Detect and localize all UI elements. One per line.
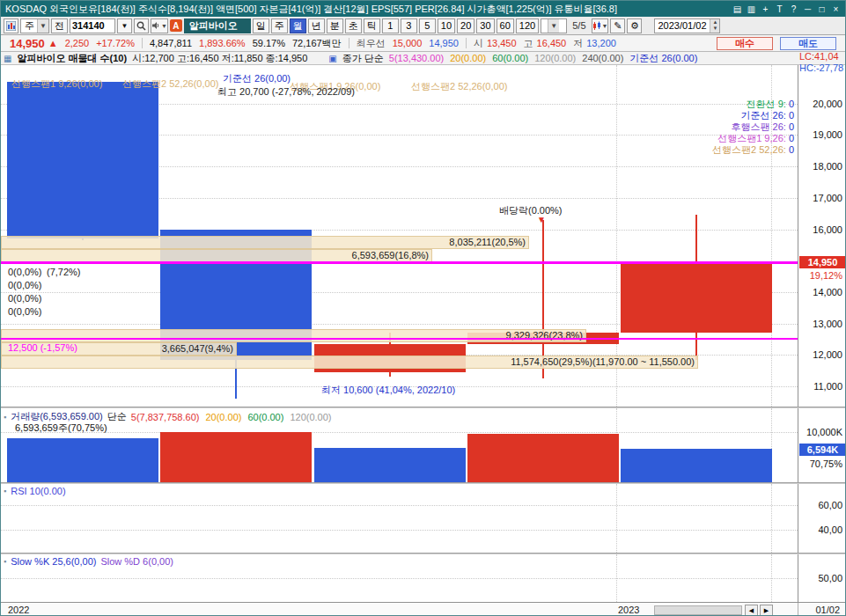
buy-button[interactable]: 매수 [717,37,773,50]
price-plot[interactable]: 8,035,211(20,5%)6,593,659(16,8%)9,329,32… [1,65,798,407]
panel-collapse-icon[interactable]: ▪ [4,557,6,566]
high-label: 고 [524,37,533,50]
volume-ma-legend: 5(7,837,758.60)20(0.00)60(0.00)120(0.00) [131,412,338,422]
interval-10-button[interactable]: 10 [438,18,455,33]
interval-5-button[interactable]: 5 [419,18,436,33]
rsi-title: RSI 10(0.00) [11,486,65,496]
volume-ma-prefix: 단순 [107,410,127,423]
interval-1-button[interactable]: 1 [382,18,399,33]
chart-style-icon[interactable]: ▼ [592,18,609,33]
volume-value: 4,847,811 [150,38,192,48]
grid-view-icon[interactable]: ▤ [732,4,742,14]
volume-axis: 10,000K6,594K70,75% [798,408,846,482]
axis-corner-divider [798,603,798,616]
stock-type-badge: A [170,19,182,32]
stock-code-input[interactable] [70,18,115,33]
maximize-icon[interactable]: □ [817,4,827,14]
scroll-left-button[interactable]: ◀ [745,605,758,616]
minimize-icon[interactable]: ─ [803,4,813,14]
scrollbar-thumb[interactable] [654,605,742,615]
stock-summary-text: KOSDAQ 외국인보유[184(천)] 주식수[8,194(천)] 액면[50… [5,3,617,16]
stoch-k-label: Slow %K 25,6(0,00) [11,556,96,567]
sound-icon[interactable]: ▼ [151,18,168,33]
vertical-gridline [771,484,772,553]
best-quote-label: 최우선 [357,37,386,50]
main-toolbar: 주▼ 전 ▼ ▼ A 알피바이오 일 주 월 년 분 초 틱 1 3 5 10 … [1,17,845,35]
interval-30-button[interactable]: 30 [476,18,494,33]
panel-separator [1,553,845,554]
change-value: 2,250 [65,38,90,48]
help-icon[interactable]: ? [789,4,798,14]
sell-button[interactable]: 매도 [780,37,836,50]
best-ask-price: 15,000 [393,38,423,48]
tick-mode-button[interactable]: 틱 [364,18,380,33]
trade-amount: 72,167백만 [292,37,342,50]
window-menu-icon[interactable] [4,18,18,33]
year-label-2022: 2022 [8,605,29,615]
prev-button[interactable]: 전 [51,18,68,33]
period-week-button[interactable]: 주 [271,18,288,33]
panel-collapse-icon[interactable]: ▪ [4,413,6,422]
date-field[interactable]: ▲▼ [654,18,720,33]
custom-interval-dropdown[interactable]: ▼ [541,18,567,33]
interval-20-button[interactable]: 20 [457,18,474,33]
chevron-down-icon: ▼ [602,23,608,29]
code-dropdown-icon[interactable]: ▼ [117,18,132,33]
ma-prefix: 종가 단순 [342,52,384,65]
rsi-panel: ▪ RSI 10(0.00) 60,0040,00 [1,484,846,553]
chart-ohlc: 시:12,700 고:16,450 저:11,850 종:14,950 [132,52,307,65]
split-view-icon[interactable]: ▥ [747,4,756,14]
open-label: 시 [474,37,483,50]
chevron-down-icon: ▼ [37,19,48,33]
date-spinner-icon[interactable]: ▲▼ [710,19,719,33]
stoch-plot[interactable]: ▪ Slow %K 25,6(0,00) Slow %D 6(0,00) [1,554,798,602]
price-chart-panel: 8,035,211(20,5%)6,593,659(16,8%)9,329,32… [1,65,846,407]
search-icon[interactable] [134,18,149,33]
high-price: 16,450 [537,38,567,48]
title-bar: KOSDAQ 외국인보유[184(천)] 주식수[8,194(천)] 액면[50… [1,1,845,17]
settings-gear-icon[interactable]: ⚙ [627,18,642,33]
panel-collapse-icon[interactable]: ▪ [4,487,6,495]
vertical-gridline [616,484,617,553]
period-type-dropdown[interactable]: 주▼ [20,18,49,33]
lc-hc-box: LC:41,04 HC:-27,78 [799,51,846,74]
panel-indicator-icon[interactable]: ▣ [328,54,336,63]
turnover-percent: 59.17% [253,38,285,48]
interval-60-button[interactable]: 60 [497,18,514,33]
divider [349,38,349,48]
close-icon[interactable]: × [831,4,841,14]
page-indicator: 5/5 [569,20,589,31]
rsi-plot[interactable]: ▪ RSI 10(0.00) [1,484,798,553]
period-year-button[interactable]: 년 [308,18,325,33]
minute-mode-button[interactable]: 분 [327,18,343,33]
open-price: 13,450 [487,38,517,48]
chart-grid-icon[interactable]: ▦ [4,54,11,63]
divider [142,38,143,48]
lc-value: LC:41,04 [799,51,846,62]
interval-120-button[interactable]: 120 [516,18,539,33]
period-month-button[interactable]: 월 [290,18,306,33]
text-tool-icon[interactable]: T [775,4,784,14]
add-window-icon[interactable]: + [761,4,770,14]
price-axis[interactable]: 20,00019,00018,00017,00016,00014,00013,0… [798,65,846,407]
period-day-button[interactable]: 일 [253,18,269,33]
second-mode-button[interactable]: 초 [345,18,362,33]
stoch-axis: 50,00 [798,554,846,602]
scroll-right-button[interactable]: ▶ [760,605,773,616]
stoch-panel: ▪ Slow %K 25,6(0,00) Slow %D 6(0,00) 50,… [1,554,846,602]
draw-tool-icon[interactable]: ✎ [610,18,625,33]
ma-legend: 5(13,430.00)20(0.00)60(0.00)120(0.00)240… [389,52,704,65]
volume-panel: ▪ 거래량(6,593,659.00) 단순 5(7,837,758.60)20… [1,408,846,482]
chevron-down-icon: ▼ [548,19,559,33]
year-label-2023: 2023 [618,605,639,615]
volume-current-text: 6,593,659주(70,75%) [15,422,107,435]
interval-3-button[interactable]: 3 [401,18,417,33]
volume-plot[interactable]: ▪ 거래량(6,593,659.00) 단순 5(7,837,758.60)20… [1,408,798,482]
price-info-bar: 14,950 ▲ 2,250 +17.72% 4,847,811 1,893.6… [1,35,845,52]
date-input[interactable] [655,20,710,31]
stoch-header: ▪ Slow %K 25,6(0,00) Slow %D 6(0,00) [4,556,173,567]
current-price: 14,950 [10,37,45,50]
last-date-label: 01/02 [815,605,840,615]
hc-value: HC:-27,78 [799,62,846,74]
up-arrow-icon: ▲ [48,38,58,48]
